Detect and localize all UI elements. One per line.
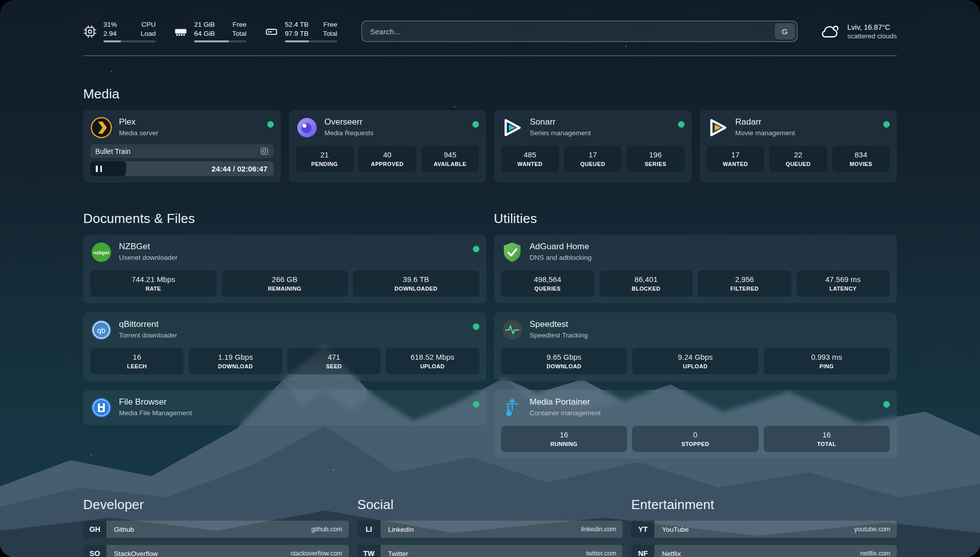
- cpu-labels: CPU Load: [141, 20, 156, 38]
- section-title-developer: Developer: [83, 497, 349, 513]
- status-dot: [883, 401, 890, 408]
- service-subtitle: Media server: [119, 129, 261, 137]
- section-documents: Documents & Files nzbget NZBGet Usenet d…: [83, 211, 486, 468]
- service-name: File Browser: [119, 397, 466, 407]
- service-card-filebrowser[interactable]: File Browser Media File Management: [83, 390, 486, 425]
- bookmark-linkedin[interactable]: LI LinkedIn linkedin.com: [357, 521, 623, 538]
- bookmark-youtube[interactable]: YT YouTube youtube.com: [631, 521, 897, 538]
- stat-block: 471 SEED: [287, 348, 381, 374]
- weather-widget: Lviv, 16.87°C scattered clouds: [820, 23, 897, 40]
- stat-block: 945 AVAILABLE: [421, 146, 479, 172]
- service-card-overseerr[interactable]: Overseerr Media Requests 21 PENDING 40 A…: [289, 110, 486, 183]
- bookmark-abbr: YT: [631, 521, 654, 538]
- bookmark-stackoverflow[interactable]: SO StackOverflow stackoverflow.com: [83, 545, 349, 557]
- stat-block: 0 STOPPED: [632, 426, 759, 452]
- bookmark-group-entertainment: Entertainment YT YouTube youtube.com NF …: [631, 497, 897, 557]
- service-card-adguard[interactable]: AdGuard Home DNS and adblocking 498,564 …: [494, 235, 897, 303]
- cloud-icon: [820, 23, 841, 40]
- service-card-plex[interactable]: Plex Media server Bullet Train: [83, 110, 281, 183]
- cpu-load: 2.94: [103, 29, 117, 38]
- speedtest-icon: [501, 319, 523, 341]
- service-name: Speedtest: [530, 319, 877, 329]
- service-subtitle: Usenet downloader: [119, 254, 466, 261]
- cpu-percent: 31%: [103, 20, 117, 29]
- service-card-sonarr[interactable]: Sonarr Series management 485 WANTED 17 Q…: [494, 110, 692, 183]
- memory-progress-track: [194, 40, 247, 42]
- stat-block: 21 PENDING: [296, 146, 354, 172]
- adguard-icon: [501, 241, 523, 263]
- now-playing-view-icon[interactable]: [260, 147, 269, 155]
- filebrowser-icon: [90, 397, 112, 419]
- service-name: Media Portainer: [530, 397, 877, 407]
- bookmark-url: github.com: [312, 521, 349, 538]
- portainer-icon: [501, 397, 523, 419]
- bookmark-abbr: GH: [83, 521, 106, 538]
- stat-block: 16 TOTAL: [764, 426, 890, 452]
- bookmark-url: netflix.com: [860, 545, 897, 557]
- stat-block: 618.52 Mbps UPLOAD: [386, 348, 479, 374]
- bookmark-netflix[interactable]: NF Netflix netflix.com: [631, 545, 897, 557]
- service-card-portainer[interactable]: Media Portainer Container management 16 …: [494, 390, 897, 459]
- service-card-radarr[interactable]: Radarr Movie management 17 WANTED 22 QUE…: [700, 110, 897, 183]
- memory-progress-fill: [194, 40, 229, 42]
- stat-block: 47.569 ms LATENCY: [797, 270, 890, 297]
- stat-block: 266 GB REMAINING: [222, 270, 348, 297]
- resource-cpu: 31% 2.94 CPU Load: [83, 20, 156, 42]
- section-title-entertainment: Entertainment: [631, 497, 897, 513]
- weather-condition: scattered clouds: [847, 32, 897, 40]
- memory-icon: [174, 25, 188, 38]
- now-playing-row[interactable]: Bullet Train: [90, 144, 274, 158]
- service-card-nzbget[interactable]: nzbget NZBGet Usenet downloader 744.21 M…: [83, 235, 486, 303]
- service-name: Overseerr: [325, 117, 466, 127]
- stat-block: 17 QUEUED: [564, 146, 622, 172]
- dashboard-frame: 31% 2.94 CPU Load: [0, 0, 980, 557]
- bookmark-group-developer: Developer GH Github github.com SO StackO…: [83, 497, 349, 557]
- service-card-qbittorrent[interactable]: qb qBittorrent Torrent downloader 16: [83, 312, 486, 381]
- playback-time: 24:44 / 02:06:47: [212, 164, 274, 173]
- stat-block: 744.21 Mbps RATE: [90, 270, 217, 297]
- bookmark-url: youtube.com: [854, 521, 897, 538]
- status-dot: [267, 121, 274, 128]
- stat-block: 86,401 BLOCKED: [599, 270, 693, 297]
- status-dot: [473, 323, 479, 330]
- service-card-speedtest[interactable]: Speedtest Speedtest Tracking 9.65 Gbps D…: [494, 312, 897, 381]
- stat-block: 16 RUNNING: [501, 426, 628, 452]
- qbittorrent-icon: qb: [90, 319, 112, 341]
- memory-total: 64 GiB: [194, 29, 215, 38]
- bookmark-github[interactable]: GH Github github.com: [83, 521, 349, 538]
- status-dot: [473, 401, 479, 408]
- bookmark-group-social: Social LI LinkedIn linkedin.com TW Twitt…: [357, 497, 623, 557]
- service-subtitle: Speedtest Tracking: [530, 331, 877, 339]
- pause-icon[interactable]: [96, 165, 102, 172]
- overseerr-icon: [296, 117, 318, 139]
- section-media: Media Plex Media server: [83, 86, 897, 183]
- bookmark-twitter[interactable]: TW Twitter twitter.com: [357, 545, 623, 557]
- service-subtitle: Media Requests: [325, 129, 466, 137]
- search-provider-button[interactable]: G: [775, 23, 795, 39]
- service-name: Radarr: [736, 117, 877, 127]
- status-dot: [472, 121, 479, 128]
- service-subtitle: Torrent downloader: [119, 331, 466, 339]
- stat-block: 40 APPROVED: [358, 146, 416, 172]
- bookmark-name: YouTube: [654, 521, 854, 538]
- service-subtitle: Media File Management: [119, 409, 466, 417]
- service-subtitle: Series management: [530, 129, 671, 137]
- section-title-utilities: Utilities: [494, 211, 897, 227]
- stat-block: 9.65 Gbps DOWNLOAD: [501, 348, 628, 374]
- svg-text:qb: qb: [97, 326, 105, 335]
- service-name: Plex: [119, 117, 261, 127]
- bookmark-name: Netflix: [654, 545, 860, 557]
- service-name: AdGuard Home: [530, 242, 877, 252]
- disk-total: 97.9 TB: [285, 29, 309, 38]
- section-title-media: Media: [83, 86, 897, 102]
- search-input[interactable]: [361, 21, 798, 42]
- bookmark-name: LinkedIn: [381, 521, 581, 538]
- service-name: NZBGet: [119, 242, 466, 252]
- disk-progress-track: [285, 40, 337, 42]
- top-bar: 31% 2.94 CPU Load: [83, 20, 897, 42]
- cpu-icon: [83, 25, 97, 38]
- plex-icon: [90, 117, 112, 139]
- bookmark-abbr: LI: [357, 521, 381, 538]
- svg-text:nzbget: nzbget: [94, 250, 110, 255]
- stat-block: 17 WANTED: [707, 146, 765, 172]
